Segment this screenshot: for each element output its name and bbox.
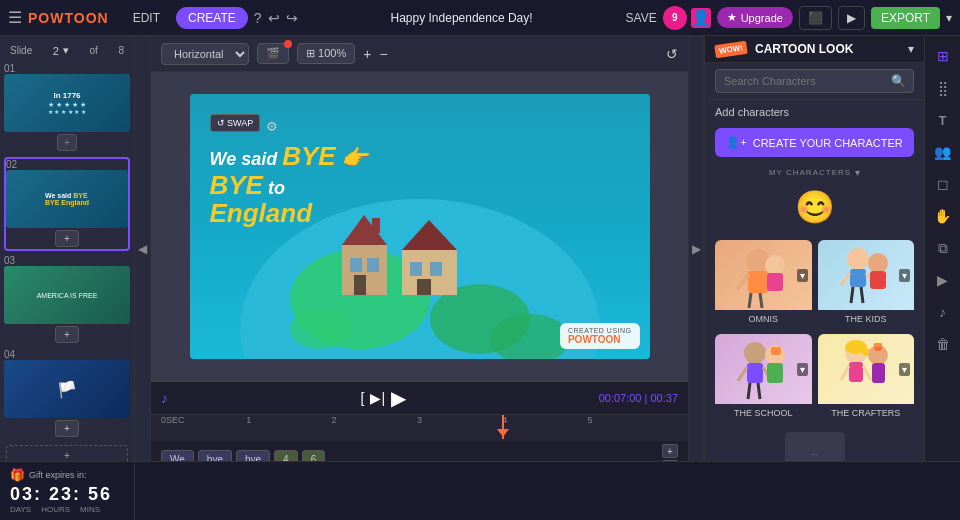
screen-icon-btn[interactable]: ⬛ <box>799 6 832 30</box>
record-dot <box>284 40 292 48</box>
ruler-label-1: 1 <box>246 415 251 425</box>
layout-icon-btn[interactable]: ⊞ <box>929 42 957 70</box>
music-note-icon[interactable]: ♪ <box>161 390 168 406</box>
export-chevron-icon[interactable]: ▾ <box>946 11 952 25</box>
ruler-label-3: 3 <box>417 415 422 425</box>
save-button[interactable]: SAVE <box>626 11 657 25</box>
char-card-school[interactable]: ▾ THE SCHOOL <box>715 334 812 422</box>
track-chip-bye1[interactable]: bye <box>198 450 232 462</box>
edit-tab[interactable]: EDIT <box>123 7 170 29</box>
slide-thumb-1[interactable]: In 1776 ★ ★ ★ ★ ★ ★ ★ ★ ★ ★ ★ <box>4 74 130 132</box>
svg-marker-12 <box>402 220 457 250</box>
char-card-kids[interactable]: ▾ THE KIDS <box>818 240 915 328</box>
record-btn-wrap: 🎬 <box>257 43 289 64</box>
text-icon-btn[interactable]: T <box>929 106 957 134</box>
svg-rect-15 <box>417 279 431 295</box>
track-chip-bye2[interactable]: bye <box>236 450 270 462</box>
timeline-zoom-plus[interactable]: + <box>662 444 678 458</box>
search-bar: 🔍 <box>705 63 924 100</box>
pattern-icon-btn[interactable]: ⣿ <box>929 74 957 102</box>
main-area: Slide 2 ▾ of 8 01 In 1776 ★ ★ ★ ★ ★ ★ ★ … <box>0 36 960 461</box>
slide-item-active[interactable]: 02 We said BYE BYE England + <box>4 157 130 251</box>
redo-icon[interactable]: ↪ <box>286 10 298 26</box>
slide-item-3[interactable]: 03 AMERICA IS FREE + <box>4 255 130 345</box>
create-tab[interactable]: CREATE <box>176 7 248 29</box>
char-img-kids: ▾ <box>818 240 915 310</box>
char-card-omnis[interactable]: ▾ OMNIS <box>715 240 812 328</box>
undo-icon[interactable]: ↩ <box>268 10 280 26</box>
mins-label: MINS <box>80 505 100 514</box>
svg-rect-44 <box>849 362 863 382</box>
canvas-stage[interactable]: ↺ SWAP ⚙ We said BYE 👉 BYE to England <box>190 94 650 359</box>
video-icon-btn[interactable]: ▶ <box>929 266 957 294</box>
export-button[interactable]: EXPORT <box>871 7 940 29</box>
play-controls: [ ▶| ▶ <box>176 386 591 410</box>
search-input[interactable] <box>715 69 914 93</box>
my-chars-chevron-icon[interactable]: ▾ <box>855 167 860 178</box>
slide-item-4[interactable]: 04 🏳️ + <box>4 349 130 439</box>
kids-label: THE KIDS <box>818 310 915 328</box>
prev-button[interactable]: [ <box>361 390 365 406</box>
timeline-controls: ♪ [ ▶| ▶ 00:07:00 | 00:37 <box>151 382 688 415</box>
blank-slide-add[interactable]: + <box>6 445 128 461</box>
canvas-toolbar: Horizontal 🎬 ⊞ 100% + − ↺ <box>151 36 688 72</box>
slide-add-icon-2[interactable]: + <box>55 230 79 247</box>
slide-add-icon-3[interactable]: + <box>55 326 79 343</box>
svg-line-36 <box>748 383 750 399</box>
omnis-label: OMNIS <box>715 310 812 328</box>
svg-point-30 <box>868 253 888 273</box>
countdown-display: 03: 23: 56 <box>10 484 124 505</box>
copy-icon-btn[interactable]: ⧉ <box>929 234 957 262</box>
settings-icon[interactable]: ⚙ <box>266 119 278 134</box>
slide-add-icon-4[interactable]: + <box>55 420 79 437</box>
zoom-controls: + − <box>662 444 678 461</box>
scrubber-line[interactable] <box>502 415 504 439</box>
svg-rect-51 <box>872 363 885 383</box>
zoom-plus-icon[interactable]: + <box>363 46 371 62</box>
hand-raise-icon-btn[interactable]: ✋ <box>929 202 957 230</box>
zoom-minus-icon[interactable]: − <box>379 46 387 62</box>
trash-icon-btn[interactable]: 🗑 <box>929 330 957 358</box>
gift-label: Gift expires in: <box>29 470 87 480</box>
help-icon[interactable]: ? <box>254 10 262 26</box>
menu-icon[interactable]: ☰ <box>8 8 22 27</box>
svg-rect-31 <box>870 271 886 289</box>
create-character-button[interactable]: 👤+ CREATE YOUR CHARACTER <box>715 128 914 157</box>
hours-label: HOURS <box>41 505 70 514</box>
char-card-crafters[interactable]: ▾ THE CRAFTERS <box>818 334 915 422</box>
dropdown-icon[interactable]: ▾ <box>63 44 69 57</box>
slide-thumb-4[interactable]: 🏳️ <box>4 360 130 418</box>
people-icon-btn[interactable]: 👥 <box>929 138 957 166</box>
grid-button[interactable]: ⊞ 100% <box>297 43 355 64</box>
timeline: ♪ [ ▶| ▶ 00:07:00 | 00:37 0SEC 1 <box>151 381 688 461</box>
holiday-banner: Happy Independence Day! <box>304 11 620 25</box>
track-chip-we[interactable]: We <box>161 450 194 462</box>
play-icon-btn[interactable]: ▶ <box>838 6 865 30</box>
right-toggle-arrow[interactable]: ▶ <box>688 36 704 461</box>
shapes-icon-btn[interactable]: ◻ <box>929 170 957 198</box>
timeline-ruler: 0SEC 1 2 3 4 5 <box>151 415 688 441</box>
left-toggle-arrow[interactable]: ◀ <box>135 36 151 461</box>
slide-item[interactable]: 01 In 1776 ★ ★ ★ ★ ★ ★ ★ ★ ★ ★ ★ + <box>4 63 130 153</box>
music-bar-icon-btn[interactable]: ♪ <box>929 298 957 326</box>
panel-title: CARTOON LOOK <box>755 42 853 56</box>
play-button[interactable]: ▶ <box>391 386 406 410</box>
upgrade-button[interactable]: ★ Upgrade <box>717 7 793 28</box>
slide-thumb-2[interactable]: We said BYE BYE England <box>6 170 128 228</box>
svg-line-28 <box>851 287 853 303</box>
orientation-select[interactable]: Horizontal <box>161 43 249 65</box>
svg-line-37 <box>758 383 760 399</box>
refresh-button[interactable]: ↺ <box>666 46 678 62</box>
slide-thumb-3[interactable]: AMERICA IS FREE <box>4 266 130 324</box>
panel-chevron-icon[interactable]: ▾ <box>908 42 914 56</box>
track-chip-6[interactable]: 6 <box>302 450 326 462</box>
slide-add-icon-1[interactable]: + <box>57 134 77 151</box>
swap-button[interactable]: ↺ SWAP <box>210 114 261 132</box>
track-chip-4[interactable]: 4 <box>274 450 298 462</box>
scroll-indicator: ... <box>705 428 924 461</box>
step-prev-button[interactable]: ▶| <box>370 390 385 406</box>
char-img-school: ▾ <box>715 334 812 404</box>
avatar-icon: 👤 <box>691 8 711 28</box>
svg-rect-7 <box>350 258 362 272</box>
days-label: DAYS <box>10 505 31 514</box>
